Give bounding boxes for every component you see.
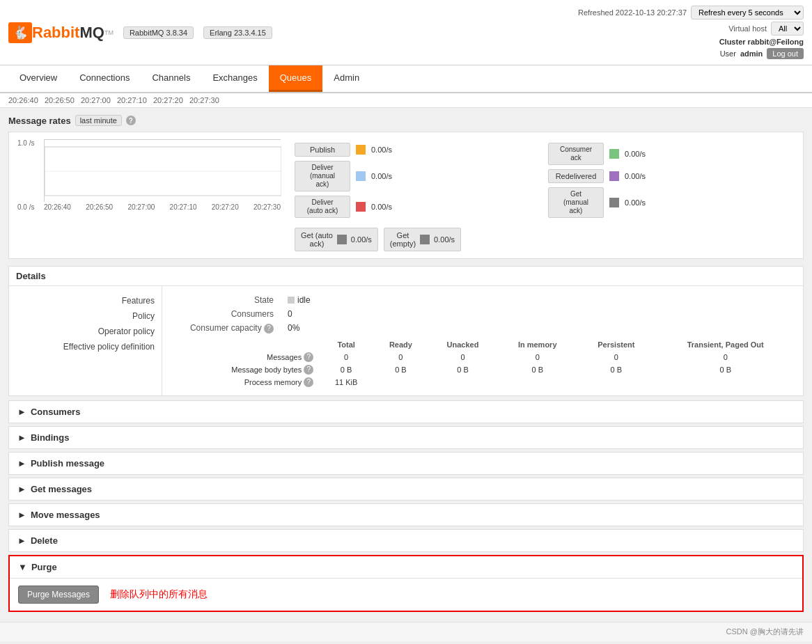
msg-total: 0 xyxy=(319,351,373,363)
process-memory-help[interactable]: ? xyxy=(304,377,313,387)
msg-body-help[interactable]: ? xyxy=(304,365,313,375)
process-memory-value: 11 KiB xyxy=(319,376,373,388)
bytes-in-memory: 0 B xyxy=(497,363,577,376)
consumer-ack-color xyxy=(609,149,619,159)
get-auto-ack-metric: Get (autoack) 0.00/s xyxy=(295,228,378,251)
refresh-row: Refreshed 2022-10-13 20:27:37 Refresh ev… xyxy=(578,6,804,19)
refresh-select[interactable]: Refresh every 5 seconds Refresh every 10… xyxy=(691,6,804,19)
logo-rabbit-icon: 🐇 xyxy=(8,22,32,43)
bindings-section-header[interactable]: ► Bindings xyxy=(9,427,803,448)
msg-body-label: Message body bytes ? xyxy=(169,363,319,376)
purge-section-content: Purge Messages 删除队列中的所有消息 xyxy=(10,578,802,611)
timeline-label-6: 20:27:30 xyxy=(189,96,219,104)
messages-row: Messages ? 0 0 0 0 0 0 xyxy=(169,351,796,363)
delete-section-header[interactable]: ► Delete xyxy=(9,530,803,551)
user-label: User xyxy=(720,49,736,58)
timeline-label-3: 20:27:00 xyxy=(81,96,111,104)
policy-label: Policy xyxy=(16,308,155,324)
bytes-total: 0 B xyxy=(319,363,373,376)
redelivered-label: Redelivered xyxy=(548,169,604,183)
logout-button[interactable]: Log out xyxy=(767,48,804,59)
consumer-capacity-label: Consumer capacity ? xyxy=(169,323,274,333)
publish-color xyxy=(356,145,366,155)
logo-rabbit-text: Rabbit xyxy=(32,24,79,42)
purge-section-header[interactable]: ▼ Purge xyxy=(10,556,802,578)
timeline-label-4: 20:27:10 xyxy=(117,96,147,104)
message-rates-help-icon[interactable]: ? xyxy=(126,116,136,125)
chart-x-5: 20:27:20 xyxy=(212,203,239,211)
bindings-section-label: Bindings xyxy=(31,432,70,443)
chart-x-6: 20:27:30 xyxy=(253,203,281,211)
chart-y-min: 0.0 /s xyxy=(17,203,34,211)
get-auto-ack-color xyxy=(337,235,347,244)
get-messages-section-label: Get messages xyxy=(31,484,92,494)
get-empty-color xyxy=(420,235,430,244)
delete-chevron-icon: ► xyxy=(17,535,26,546)
deliver-manual-label: Deliver(manualack) xyxy=(295,161,350,191)
user-row: User admin Log out xyxy=(720,48,804,59)
chart-x-1: 20:26:40 xyxy=(44,203,71,211)
process-memory-label: Process memory ? xyxy=(169,376,319,388)
metric-publish: Publish 0.00/s xyxy=(295,143,542,157)
logo-mq-text: MQ xyxy=(79,24,104,42)
nav-queues[interactable]: Queues xyxy=(269,65,323,92)
cluster-label: Cluster xyxy=(719,38,746,46)
footer-text: CSDN @胸大的请先讲 xyxy=(726,627,804,636)
chart-container: 1.0 /s 0.0 /s 20:26:40 20:26:50 20:27:00… xyxy=(8,132,804,259)
main-content: Message rates last minute ? 1.0 /s 0.0 /… xyxy=(0,108,812,622)
get-auto-ack-label: Get (autoack) xyxy=(301,231,333,248)
get-manual-value: 0.00/s xyxy=(625,198,646,207)
stats-table: Total Ready Unacked In memory Persistent… xyxy=(169,338,796,388)
nav-overview[interactable]: Overview xyxy=(8,65,68,92)
chart-box xyxy=(44,139,281,202)
msg-transient: 0 xyxy=(655,351,796,363)
col-empty xyxy=(169,338,319,351)
metric-redelivered: Redelivered 0.00/s xyxy=(548,169,796,183)
chart-svg xyxy=(45,140,281,203)
publish-value: 0.00/s xyxy=(371,146,392,154)
consumers-chevron-icon: ► xyxy=(17,407,26,417)
publish-message-section: ► Publish message xyxy=(8,452,804,475)
purge-section: ▼ Purge Purge Messages 删除队列中的所有消息 xyxy=(8,555,804,612)
msg-in-memory: 0 xyxy=(497,351,577,363)
get-messages-section-header[interactable]: ► Get messages xyxy=(9,478,803,500)
metric-consumer-ack: Consumerack 0.00/s xyxy=(548,143,796,165)
deliver-auto-color xyxy=(356,202,366,212)
consumer-ack-label: Consumerack xyxy=(548,143,604,165)
state-label: State xyxy=(169,295,274,305)
nav-admin[interactable]: Admin xyxy=(322,65,370,92)
messages-help[interactable]: ? xyxy=(304,352,313,362)
bytes-transient: 0 B xyxy=(655,363,796,376)
get-manual-label: Get(manualack) xyxy=(548,187,604,218)
publish-message-section-header[interactable]: ► Publish message xyxy=(9,453,803,474)
move-messages-chevron-icon: ► xyxy=(17,510,26,520)
move-messages-section-header[interactable]: ► Move messages xyxy=(9,504,803,526)
refreshed-text: Refreshed 2022-10-13 20:27:37 xyxy=(578,8,687,17)
msg-persistent: 0 xyxy=(577,351,655,363)
col-transient: Transient, Paged Out xyxy=(655,338,796,351)
deliver-auto-value: 0.00/s xyxy=(371,203,392,211)
nav-exchanges[interactable]: Exchanges xyxy=(201,65,268,92)
state-dot-icon xyxy=(288,297,295,304)
nav-channels[interactable]: Channels xyxy=(141,65,201,92)
get-manual-color xyxy=(609,198,619,207)
purge-chevron-icon: ▼ xyxy=(18,562,27,572)
consumers-section-header[interactable]: ► Consumers xyxy=(9,401,803,423)
purge-messages-button[interactable]: Purge Messages xyxy=(18,586,99,604)
process-memory-row: Process memory ? 11 KiB xyxy=(169,376,796,388)
vhost-select[interactable]: All / xyxy=(771,22,804,36)
nav-connections[interactable]: Connections xyxy=(68,65,141,92)
chart-x-labels: 20:26:40 20:26:50 20:27:00 20:27:10 20:2… xyxy=(44,203,281,211)
chart-x-2: 20:26:50 xyxy=(86,203,113,211)
features-label: Features xyxy=(16,293,155,308)
consumers-value: 0 xyxy=(288,309,292,319)
header-right: Refreshed 2022-10-13 20:27:37 Refresh ev… xyxy=(578,6,804,59)
consumer-capacity-help[interactable]: ? xyxy=(264,324,274,333)
message-rates-header: Message rates last minute ? xyxy=(8,115,804,126)
col-in-memory: In memory xyxy=(497,338,577,351)
metrics-grid: Publish 0.00/s Deliver(manualack) 0.00/s… xyxy=(295,143,796,218)
chart-wrapper: 1.0 /s 0.0 /s 20:26:40 20:26:50 20:27:00… xyxy=(44,139,281,251)
msg-unacked: 0 xyxy=(428,351,497,363)
deliver-manual-value: 0.00/s xyxy=(371,172,392,180)
message-body-bytes-row: Message body bytes ? 0 B 0 B 0 B 0 B 0 B… xyxy=(169,363,796,376)
